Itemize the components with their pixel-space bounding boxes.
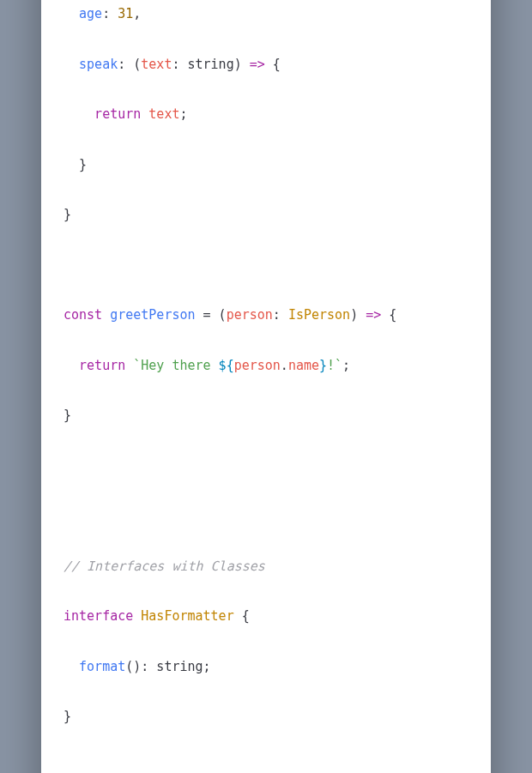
code-window: // Interfaces with Functions interface I…	[41, 0, 491, 773]
comment: // Interfaces with Classes	[63, 559, 265, 574]
kw: return	[94, 106, 141, 122]
type: HasFormatter	[141, 608, 233, 624]
kw: const	[63, 307, 102, 323]
prop: format	[79, 659, 125, 674]
kw: interface	[63, 608, 133, 624]
kw: return	[79, 358, 125, 373]
code-block: // Interfaces with Functions interface I…	[63, 0, 469, 773]
